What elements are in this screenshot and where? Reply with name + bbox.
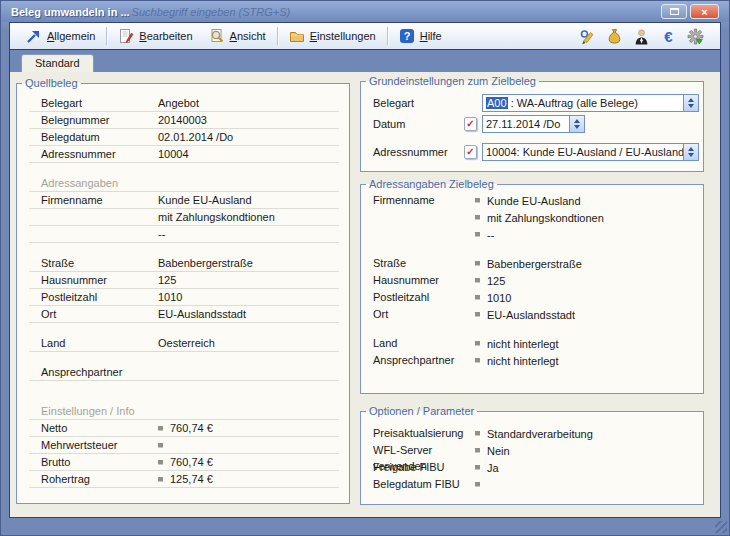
datum-spinbox[interactable]: 27.11.2014 /Do (482, 115, 585, 133)
maximize-button[interactable] (661, 4, 687, 19)
field-row: mit Zahlungskondtionen (363, 209, 703, 226)
window-controls: × (661, 4, 719, 19)
bullet-square-icon (475, 358, 480, 363)
red-check-icon[interactable]: ✓ (464, 145, 477, 159)
folder-icon (289, 28, 305, 44)
search-hint: Suchbegriff eingeben (STRG+S) (132, 6, 291, 18)
menu-label: Einstellungen (310, 30, 376, 42)
window-title: Beleg umwandeln in ... (11, 6, 130, 18)
bullet-square-icon (158, 443, 163, 448)
field-row: -- (363, 226, 703, 243)
spinner-button[interactable] (683, 144, 698, 160)
menubar-separator (106, 27, 107, 45)
help-icon: ? (399, 28, 415, 44)
menu-ansicht[interactable]: Ansicht (201, 26, 274, 46)
spin-down-icon (688, 104, 694, 108)
bullet-square-icon (158, 460, 163, 465)
bullet-square-icon (475, 232, 480, 237)
belegart-row: Belegart A00 : WA-Auftrag (alle Belege) (373, 93, 703, 112)
pen-icon[interactable] (579, 28, 596, 45)
money-bag-icon[interactable] (606, 28, 623, 45)
close-button[interactable]: × (690, 4, 719, 19)
adressnummer-row: Adressnummer ✓ 10004: Kunde EU-Ausland /… (373, 142, 703, 161)
spinner-button[interactable] (683, 95, 698, 111)
field-row: Adressnummer10004 (29, 146, 339, 163)
field-row: Ansprechpartner (29, 364, 339, 381)
magnifier-icon (209, 28, 225, 44)
menu-einstellungen[interactable]: Einstellungen (281, 26, 384, 46)
menu-label: Bearbeiten (139, 30, 192, 42)
maximize-icon (670, 8, 679, 15)
field-row: Belegdatum FIBU (363, 476, 703, 493)
field-row: Postleitzahl1010 (29, 289, 339, 306)
panel-adressangaben-zielbeleg: Adressangaben Zielbeleg FirmennameKunde … (360, 178, 704, 394)
field-row: mit Zahlungskondtionen (29, 209, 339, 226)
field-row: OrtEU-Auslandsstadt (363, 306, 703, 323)
field-row: Belegnummer20140003 (29, 112, 339, 129)
arrow-up-right-icon (26, 28, 42, 44)
app-window: Beleg umwandeln in ... Suchbegriff einge… (0, 0, 730, 536)
menubar: Allgemein Bearbeiten Ansicht Eins (10, 23, 720, 50)
person-icon[interactable] (633, 28, 650, 45)
panel-title: Quellbeleg (22, 77, 81, 89)
gear-icon[interactable] (687, 28, 704, 45)
bullet-square-icon (475, 312, 480, 317)
panel-quellbeleg: Quellbeleg BelegartAngebot Belegnummer20… (16, 77, 350, 504)
datum-row: Datum ✓ 27.11.2014 /Do (373, 114, 703, 133)
menu-allgemein[interactable]: Allgemein (18, 26, 103, 46)
spin-down-icon (574, 125, 580, 129)
bullet-square-icon (475, 341, 480, 346)
field-row: LandOesterreich (29, 335, 339, 352)
menubar-separator (277, 27, 278, 45)
resize-grip[interactable] (715, 521, 727, 533)
menu-label: Hilfe (420, 30, 442, 42)
red-check-icon[interactable]: ✓ (464, 117, 477, 131)
field-row: Brutto760,74 € (29, 454, 339, 471)
field-row: BelegartAngebot (29, 95, 339, 112)
bullet-square-icon (158, 426, 163, 431)
tabstrip: Standard (10, 50, 720, 72)
field-row: Belegdatum02.01.2014 /Do (29, 129, 339, 146)
field-row: Hausnummer125 (29, 272, 339, 289)
section-header: Adressangaben (29, 175, 339, 192)
field-row: FirmennameKunde EU-Ausland (29, 192, 339, 209)
spin-up-icon (688, 98, 694, 102)
spin-up-icon (574, 119, 580, 123)
section-header: Einstellungen / Info (29, 403, 339, 420)
field-row: StraßeBabenbergerstraße (29, 255, 339, 272)
euro-icon[interactable]: € (660, 28, 677, 45)
panel-title: Optionen / Parameter (366, 405, 477, 417)
bullet-square-icon (475, 482, 480, 487)
bullet-square-icon (158, 477, 163, 482)
field-row: Freigabe FIBUJa (363, 459, 703, 476)
tab-standard[interactable]: Standard (21, 54, 94, 72)
field-row: FirmennameKunde EU-Ausland (363, 192, 703, 209)
bullet-square-icon (475, 261, 480, 266)
spinner-button[interactable] (569, 116, 584, 132)
field-row: Ansprechpartnernicht hinterlegt (363, 352, 703, 369)
bullet-square-icon (475, 465, 480, 470)
panel-title: Adressangaben Zielbeleg (366, 178, 497, 190)
field-row: PreisaktualsierungStandardverarbeitung (363, 425, 703, 442)
bullet-square-icon (475, 198, 480, 203)
field-row: OrtEU-Auslandsstadt (29, 306, 339, 323)
menu-hilfe[interactable]: ? Hilfe (391, 26, 450, 46)
svg-text:?: ? (403, 30, 410, 42)
panel-grundeinstellungen: Grundeinstellungen zum Zielbeleg Belegar… (360, 75, 704, 172)
content-area: Quellbeleg BelegartAngebot Belegnummer20… (10, 72, 720, 517)
field-row: StraßeBabenbergerstraße (363, 255, 703, 272)
window-frame: Allgemein Bearbeiten Ansicht Eins (9, 22, 721, 518)
spin-down-icon (688, 153, 694, 157)
field-row: -- (29, 226, 339, 243)
bullet-square-icon (475, 278, 480, 283)
belegart-combobox[interactable]: A00 : WA-Auftrag (alle Belege) (482, 94, 699, 112)
field-row: WFL-Server verwendenNein (363, 442, 703, 459)
adressnummer-combobox[interactable]: 10004: Kunde EU-Ausland / EU-Auslandssta… (482, 143, 699, 161)
bullet-square-icon (475, 448, 480, 453)
edit-document-icon (118, 28, 134, 44)
field-row: Landnicht hinterlegt (363, 335, 703, 352)
field-row: Postleitzahl1010 (363, 289, 703, 306)
titlebar: Beleg umwandeln in ... Suchbegriff einge… (1, 1, 729, 22)
field-row: Rohertrag125,74 € (29, 471, 339, 488)
menu-bearbeiten[interactable]: Bearbeiten (110, 26, 200, 46)
